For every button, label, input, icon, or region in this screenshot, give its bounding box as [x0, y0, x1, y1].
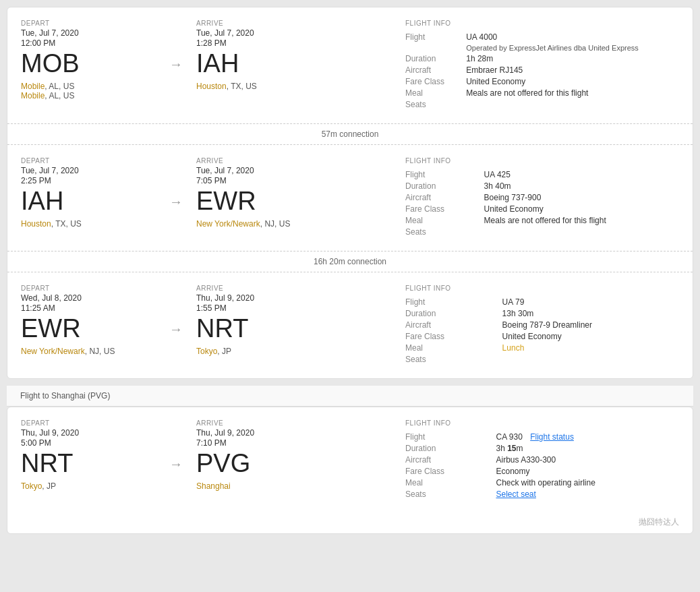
- info-row-seats-4: Seats Select seat: [405, 490, 679, 501]
- depart-mob: DEPART Tue, Jul 7, 2020 12:00 PM MOB Mob…: [21, 20, 156, 100]
- flight-label-4: Flight: [405, 432, 496, 444]
- arrive-pvg: ARRIVE Thu, Jul 9, 2020 7:10 PM PVG Shan…: [196, 419, 331, 491]
- meal-label-3: Meal: [405, 343, 502, 355]
- flight-info-title-2: FLIGHT INFO: [405, 157, 679, 165]
- info-row-fare-3: Fare Class United Economy: [405, 332, 679, 343]
- depart-label-3: DEPART: [21, 285, 156, 292]
- duration-label-4: Duration: [405, 444, 496, 455]
- meal-value-1: Meals are not offered for this flight: [466, 88, 679, 100]
- info-row-fare-1: Fare Class United Economy: [405, 77, 679, 88]
- arrive-time-1: 1:28 PM: [196, 38, 331, 48]
- segment-iah-ewr: DEPART Tue, Jul 7, 2020 2:25 PM IAH Hous…: [7, 145, 693, 251]
- seats-value-4: Select seat: [496, 490, 679, 501]
- duration-value-2: 3h 40m: [484, 181, 679, 193]
- arrive-label-1: ARRIVE: [196, 20, 331, 27]
- info-row-fare-4: Fare Class Economy: [405, 467, 679, 478]
- info-row-meal-4: Meal Check with operating airline: [405, 478, 679, 490]
- depart-city-3: New York/Newark, NJ, US: [21, 347, 156, 356]
- arrive-nrt: ARRIVE Thu, Jul 9, 2020 1:55 PM NRT Toky…: [196, 285, 331, 356]
- select-seat-link[interactable]: Select seat: [496, 490, 535, 499]
- depart-label-1: DEPART: [21, 20, 156, 27]
- meal-value-4: Check with operating airline: [496, 478, 679, 490]
- arrive-city-2: New York/Newark, NJ, US: [196, 219, 331, 229]
- arrive-label-2: ARRIVE: [196, 157, 331, 165]
- depart-code-3: EWR: [21, 316, 156, 341]
- depart-state-1: Mobile, AL, US: [21, 91, 156, 100]
- info-row-duration-2: Duration 3h 40m: [405, 181, 679, 193]
- arrive-date-2: Tue, Jul 7, 2020: [196, 166, 331, 175]
- arrive-time-4: 7:10 PM: [196, 438, 331, 448]
- flight-value-4: CA 930 Flight status: [496, 432, 679, 444]
- flight-value-3: UA 79: [502, 297, 679, 309]
- flight-label-2: Flight: [405, 170, 484, 181]
- seats-value-3: [502, 355, 679, 366]
- aircraft-value-2: Boeing 737-900: [484, 193, 679, 204]
- fare-value-2: United Economy: [484, 204, 679, 216]
- duration-value-4: 3h 15m: [496, 444, 679, 455]
- depart-code-1: MOB: [21, 51, 156, 76]
- arrive-time-3: 1:55 PM: [196, 303, 331, 313]
- arrive-city-1: Houston, TX, US: [196, 82, 331, 91]
- seats-label-4: Seats: [405, 490, 496, 501]
- info-table-3: Flight UA 79 Duration 13h 30m Aircraft B…: [405, 297, 679, 366]
- info-row-aircraft-2: Aircraft Boeing 737-900: [405, 193, 679, 204]
- meal-value-3: Lunch: [502, 343, 679, 355]
- arrow-3: →: [156, 285, 196, 337]
- fare-value-4: Economy: [496, 467, 679, 478]
- aircraft-value-1: Embraer RJ145: [466, 65, 679, 77]
- duration-value-3: 13h 30m: [502, 309, 679, 320]
- info-row-aircraft-4: Aircraft Airbus A330-300: [405, 455, 679, 467]
- duration-value-1: 1h 28m: [466, 54, 679, 65]
- flight-value-1: UA 4000: [466, 32, 679, 44]
- depart-code-4: NRT: [21, 450, 156, 476]
- flight-info-title-4: FLIGHT INFO: [405, 419, 679, 427]
- arrive-code-4: PVG: [196, 450, 331, 476]
- depart-iah: DEPART Tue, Jul 7, 2020 2:25 PM IAH Hous…: [21, 157, 156, 229]
- arrive-ewr: ARRIVE Tue, Jul 7, 2020 7:05 PM EWR New …: [196, 157, 331, 229]
- aircraft-label-4: Aircraft: [405, 455, 496, 467]
- flight-info-1: FLIGHT INFO Flight UA 4000 Operated by E…: [399, 20, 679, 111]
- info-row-meal-3: Meal Lunch: [405, 343, 679, 355]
- flight-label-1: Flight: [405, 32, 466, 44]
- seats-value-1: [466, 100, 679, 111]
- arrow-2: →: [156, 157, 196, 210]
- info-row-aircraft-3: Aircraft Boeing 787-9 Dreamliner: [405, 320, 679, 332]
- arrive-code-3: NRT: [196, 316, 331, 341]
- segment-nrt-pvg: DEPART Thu, Jul 9, 2020 5:00 PM NRT Toky…: [7, 407, 693, 513]
- watermark-area: 抛囧特达人: [7, 513, 693, 533]
- info-row-seats-2: Seats: [405, 227, 679, 239]
- route-nrt-pvg: DEPART Thu, Jul 9, 2020 5:00 PM NRT Toky…: [21, 419, 399, 491]
- depart-city-2: Houston, TX, US: [21, 219, 156, 229]
- flight-info-title-1: FLIGHT INFO: [405, 20, 679, 27]
- flight-info-3: FLIGHT INFO Flight UA 79 Duration 13h 30…: [399, 285, 679, 366]
- arrive-date-1: Tue, Jul 7, 2020: [196, 28, 331, 38]
- meal-label-2: Meal: [405, 216, 484, 227]
- info-row-flight-4: Flight CA 930 Flight status: [405, 432, 679, 444]
- segment-ewr-nrt: DEPART Wed, Jul 8, 2020 11:25 AM EWR New…: [7, 272, 693, 378]
- flight-status-link[interactable]: Flight status: [530, 432, 574, 442]
- arrive-city-3: Tokyo, JP: [196, 347, 331, 356]
- arrive-code-1: IAH: [196, 51, 331, 76]
- info-row-seats-1: Seats: [405, 100, 679, 111]
- fare-label-3: Fare Class: [405, 332, 502, 343]
- depart-date-4: Thu, Jul 9, 2020: [21, 428, 156, 438]
- connection-1: 57m connection: [7, 123, 693, 145]
- info-row-aircraft-1: Aircraft Embraer RJ145: [405, 65, 679, 77]
- aircraft-value-3: Boeing 787-9 Dreamliner: [502, 320, 679, 332]
- depart-code-2: IAH: [21, 188, 156, 214]
- flight-value-2: UA 425: [484, 170, 679, 181]
- flight-info-2: FLIGHT INFO Flight UA 425 Duration 3h 40…: [399, 157, 679, 239]
- arrive-date-4: Thu, Jul 9, 2020: [196, 428, 331, 438]
- connection-2: 16h 20m connection: [7, 251, 693, 272]
- depart-date-1: Tue, Jul 7, 2020: [21, 28, 156, 38]
- watermark: 抛囧特达人: [639, 516, 679, 528]
- meal-value-2: Meals are not offered for this flight: [484, 216, 679, 227]
- info-row-seats-3: Seats: [405, 355, 679, 366]
- aircraft-label-2: Aircraft: [405, 193, 484, 204]
- duration-label-1: Duration: [405, 54, 466, 65]
- arrive-date-3: Thu, Jul 9, 2020: [196, 293, 331, 303]
- card-tokyo: DEPART Tue, Jul 7, 2020 12:00 PM MOB Mob…: [7, 7, 693, 379]
- depart-label-2: DEPART: [21, 157, 156, 165]
- arrive-iah: ARRIVE Tue, Jul 7, 2020 1:28 PM IAH Hous…: [196, 20, 331, 91]
- arrive-code-2: EWR: [196, 188, 331, 214]
